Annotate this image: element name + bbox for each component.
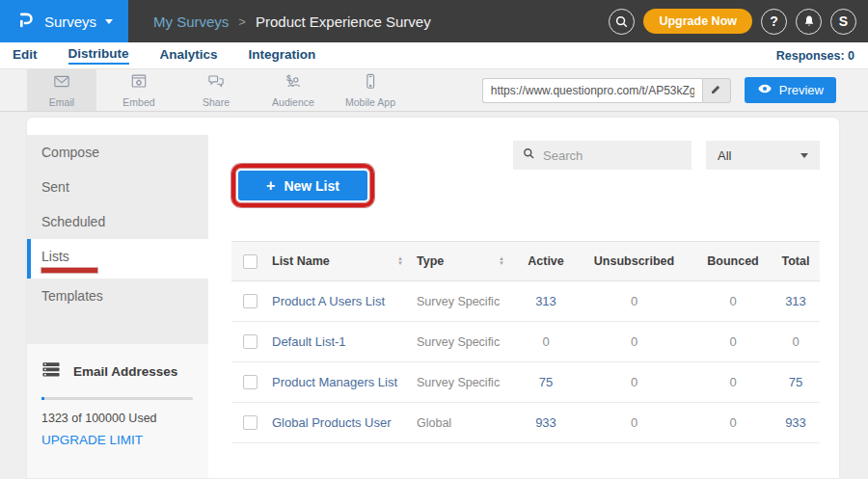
responses-count: Responses: 0 <box>776 49 868 63</box>
top-bar: Surveys My Surveys > Product Experience … <box>0 0 868 42</box>
sidebar-item-sent[interactable]: Sent <box>27 170 208 204</box>
col-active: Active <box>518 254 574 268</box>
distribution-toolbar: Email Embed Share $ Audience Mobile App <box>0 69 868 112</box>
breadcrumb-current-survey: Product Experience Survey <box>256 13 431 30</box>
annotation-highlight-new-list: + New List <box>231 164 374 207</box>
distribute-sidebar: Compose Sent Scheduled Lists Templates E… <box>27 135 208 478</box>
search-icon[interactable] <box>609 9 635 35</box>
filter-selected-value: All <box>718 148 731 163</box>
email-usage-progress-fill <box>41 397 44 400</box>
tab-integration[interactable]: Integration <box>249 47 316 64</box>
channel-audience[interactable]: $ Audience <box>258 69 328 111</box>
product-switcher[interactable]: Surveys <box>0 0 128 42</box>
channel-label: Email <box>49 96 74 108</box>
edit-url-button[interactable] <box>702 78 731 103</box>
list-type: Survey Specific <box>417 295 518 308</box>
tab-distribute[interactable]: Distribute <box>68 46 129 65</box>
upgrade-now-button[interactable]: Upgrade Now <box>643 9 752 34</box>
bounced-count: 0 <box>694 334 772 349</box>
table-row: Default List-1 Survey Specific 0 0 0 0 <box>231 322 820 362</box>
email-list-icon <box>41 360 61 383</box>
sidebar-item-templates[interactable]: Templates <box>27 279 208 313</box>
row-checkbox[interactable] <box>243 334 258 349</box>
list-search <box>513 141 692 170</box>
preview-label: Preview <box>779 83 824 97</box>
channel-label: Embed <box>122 96 154 108</box>
col-type: Type <box>417 254 444 268</box>
lists-table: List Name ▲▼ Type ▲▼ Active Unsubscribed… <box>231 241 820 443</box>
sidebar-item-lists[interactable]: Lists <box>27 239 208 279</box>
sidebar-item-label: Lists <box>41 249 69 264</box>
plus-icon: + <box>266 177 275 195</box>
notifications-bell-icon[interactable] <box>796 9 822 35</box>
sort-icon[interactable]: ▲▼ <box>499 256 504 266</box>
col-total: Total <box>772 254 820 268</box>
list-name-link[interactable]: Default List-1 <box>272 334 417 349</box>
sort-icon[interactable]: ▲▼ <box>397 256 403 266</box>
lists-main: All + New List List Name ▲ <box>208 118 839 478</box>
email-addresses-title: Email Addresses <box>73 364 177 379</box>
preview-button[interactable]: Preview <box>745 77 836 103</box>
table-header-row: List Name ▲▼ Type ▲▼ Active Unsubscribed… <box>231 241 820 281</box>
table-row: Global Products User Global 933 0 0 933 <box>231 403 820 443</box>
list-filter-dropdown[interactable]: All <box>706 141 820 170</box>
list-name-link[interactable]: Global Products User <box>272 415 417 430</box>
upgrade-limit-link[interactable]: UPGRADE LIMIT <box>41 433 143 447</box>
chevron-down-icon <box>800 153 808 158</box>
channel-label: Mobile App <box>345 96 395 108</box>
lists-panel: Compose Sent Scheduled Lists Templates E… <box>27 118 839 478</box>
active-count: 313 <box>518 294 574 308</box>
list-name-link[interactable]: Product A Users List <box>272 294 417 308</box>
channel-share[interactable]: Share <box>181 69 251 111</box>
sidebar-item-scheduled[interactable]: Scheduled <box>27 204 208 239</box>
channel-embed[interactable]: Embed <box>104 69 174 111</box>
channel-email[interactable]: Email <box>27 69 96 111</box>
list-type: Survey Specific <box>417 376 518 389</box>
list-type: Survey Specific <box>417 335 518 349</box>
share-icon <box>205 72 227 94</box>
sidebar-item-compose[interactable]: Compose <box>27 135 208 170</box>
row-checkbox[interactable] <box>243 415 258 430</box>
mobile-app-icon <box>360 72 381 94</box>
list-name-link[interactable]: Product Managers List <box>272 375 417 389</box>
select-all-checkbox[interactable] <box>243 254 258 269</box>
breadcrumb: My Surveys > Product Experience Survey <box>153 13 431 30</box>
col-bounced: Bounced <box>694 254 772 268</box>
bounced-count: 0 <box>694 415 772 430</box>
search-input[interactable] <box>543 148 713 163</box>
channel-label: Audience <box>272 96 314 108</box>
tab-analytics[interactable]: Analytics <box>160 47 218 64</box>
help-button[interactable]: ? <box>761 9 787 35</box>
new-list-button[interactable]: + New List <box>238 171 367 200</box>
top-actions: Upgrade Now ? S <box>609 9 856 35</box>
chevron-down-icon <box>105 19 113 24</box>
brand-label: Surveys <box>44 13 96 30</box>
table-row: Product Managers List Survey Specific 75… <box>231 362 820 403</box>
email-usage-progress <box>41 397 193 400</box>
total-count: 0 <box>772 334 820 349</box>
active-count: 75 <box>518 375 574 389</box>
tab-edit[interactable]: Edit <box>13 47 38 64</box>
email-usage-text: 1323 of 100000 Used <box>41 412 193 425</box>
col-unsubscribed: Unsubscribed <box>574 254 694 268</box>
embed-icon <box>128 72 149 94</box>
channel-mobile-app[interactable]: Mobile App <box>336 69 405 111</box>
survey-url-input[interactable] <box>482 78 702 103</box>
unsubscribed-count: 0 <box>574 375 694 389</box>
total-count: 75 <box>772 375 820 389</box>
avatar[interactable]: S <box>830 9 856 35</box>
page-background: Compose Sent Scheduled Lists Templates E… <box>0 112 868 478</box>
list-controls: All + New List <box>231 141 820 241</box>
pencil-icon <box>710 82 722 99</box>
unsubscribed-count: 0 <box>574 415 694 430</box>
row-checkbox[interactable] <box>243 375 258 389</box>
audience-icon: $ <box>283 72 304 94</box>
questionpro-logo-icon <box>15 10 36 34</box>
total-count: 933 <box>772 415 820 430</box>
eye-icon <box>757 83 773 97</box>
bounced-count: 0 <box>694 375 772 389</box>
breadcrumb-my-surveys[interactable]: My Surveys <box>153 13 229 30</box>
col-list-name: List Name <box>272 254 330 268</box>
channel-label: Share <box>203 96 230 108</box>
row-checkbox[interactable] <box>243 294 258 308</box>
